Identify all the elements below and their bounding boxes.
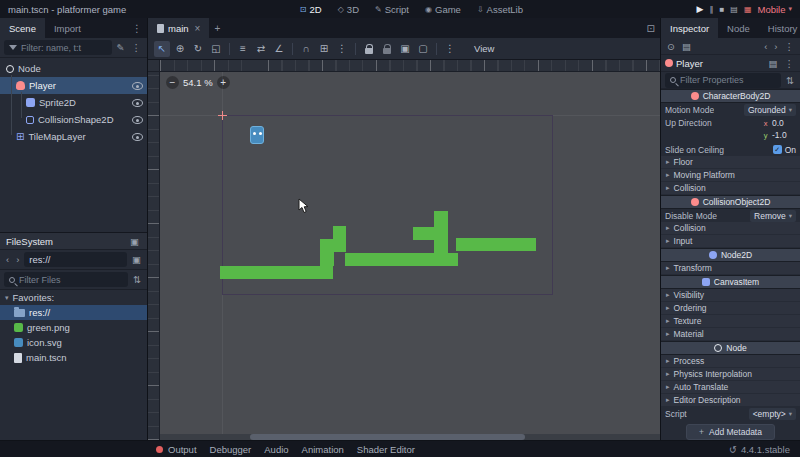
new-tab-icon[interactable]: + [209, 18, 225, 38]
tab-node[interactable]: Node [718, 18, 759, 38]
disable-mode-dropdown[interactable]: Remove▾ [750, 210, 796, 222]
group-floor[interactable]: ▸Floor [661, 156, 800, 169]
property-sort-icon[interactable]: ⇅ [784, 75, 796, 86]
rotate-tool-icon[interactable]: ↻ [190, 41, 206, 57]
mode-assetlib-button[interactable]: ⇩AssetLib [469, 0, 531, 18]
tab-history[interactable]: History [759, 18, 800, 38]
scene-tree-item-tilemaplayer[interactable]: ⊞ TileMapLayer [0, 128, 147, 145]
horizontal-scrollbar[interactable] [160, 434, 660, 440]
file-item-main-tscn[interactable]: main.tscn [0, 350, 147, 365]
skeleton-options-icon[interactable]: ⋮ [442, 41, 458, 57]
pan-tool-icon[interactable]: ⇄ [253, 41, 269, 57]
smart-snap-icon[interactable]: ∩ [298, 41, 314, 57]
group-texture[interactable]: ▸Texture [661, 315, 800, 328]
file-item-icon-svg[interactable]: icon.svg [0, 335, 147, 350]
visibility-eye-icon[interactable] [132, 116, 143, 124]
group-moving-platform[interactable]: ▸Moving Platform [661, 169, 800, 182]
dock-position-icon[interactable]: ▣ [128, 236, 141, 247]
bottom-tab-animation[interactable]: Animation [302, 444, 344, 455]
zoom-out-button[interactable]: − [166, 76, 179, 89]
property-filter[interactable] [665, 73, 781, 88]
scene-filter[interactable] [4, 40, 112, 55]
group-process[interactable]: ▸Process [661, 355, 800, 368]
group-ordering[interactable]: ▸Ordering [661, 302, 800, 315]
group-transform[interactable]: ▸Transform [661, 262, 800, 275]
bottom-tab-output[interactable]: Output [168, 444, 197, 455]
group-material[interactable]: ▸Material [661, 328, 800, 341]
section-characterbody2d[interactable]: CharacterBody2D [661, 89, 800, 103]
group-collision-object[interactable]: ▸Collision [661, 222, 800, 235]
section-node[interactable]: Node [661, 341, 800, 355]
tab-import[interactable]: Import [45, 18, 90, 38]
scene-tree-item-collisionshape2d[interactable]: CollisionShape2D [0, 111, 147, 128]
sort-files-icon[interactable]: ⇅ [131, 274, 143, 285]
up-direction-x-field[interactable]: 0.0 [772, 118, 796, 128]
history-forward-icon[interactable]: › [772, 41, 779, 52]
ruler-tool-icon[interactable]: ∠ [271, 41, 287, 57]
open-documentation-icon[interactable]: ▤ [767, 58, 780, 69]
dock-menu-icon[interactable]: ⋮ [127, 18, 147, 38]
property-filter-input[interactable] [680, 75, 776, 85]
slide-on-ceiling-checkbox[interactable]: On [773, 145, 796, 155]
split-view-icon[interactable]: ▣ [130, 254, 143, 265]
list-select-icon[interactable]: ≡ [235, 41, 251, 57]
group-input[interactable]: ▸Input [661, 235, 800, 248]
scene-tree-item-player[interactable]: Player [0, 77, 147, 94]
select-tool-icon[interactable]: ↖ [154, 41, 170, 57]
bottom-tab-audio[interactable]: Audio [264, 444, 288, 455]
motion-mode-dropdown[interactable]: Grounded▾ [744, 104, 796, 116]
scrollbar-thumb[interactable] [250, 434, 525, 440]
tab-inspector[interactable]: Inspector [661, 18, 718, 38]
move-tool-icon[interactable]: ⊕ [172, 41, 188, 57]
view-menu-button[interactable]: View [468, 42, 500, 55]
mode-3d-button[interactable]: ◇3D [330, 0, 367, 18]
favorites-header[interactable]: ▾ Favorites: [0, 290, 147, 305]
add-metadata-button[interactable]: +Add Metadata [686, 424, 775, 440]
bottom-tab-debugger[interactable]: Debugger [210, 444, 252, 455]
grid-snap-icon[interactable]: ⊞ [316, 41, 332, 57]
section-collisionobject2d[interactable]: CollisionObject2D [661, 195, 800, 209]
up-direction-y-field[interactable]: -1.0 [772, 130, 796, 140]
bottom-tab-shader-editor[interactable]: Shader Editor [357, 444, 415, 455]
visibility-eye-icon[interactable] [132, 133, 143, 141]
history-back-icon[interactable]: ‹ [762, 41, 769, 52]
mode-2d-button[interactable]: ⊡2D [292, 0, 330, 18]
scene-tree-item-sprite2d[interactable]: Sprite2D [0, 94, 147, 111]
tab-main-scene[interactable]: main × [148, 18, 209, 38]
scene-filter-input[interactable] [21, 43, 107, 53]
section-node2d[interactable]: Node2D [661, 248, 800, 262]
zoom-level[interactable]: 54.1 % [183, 77, 213, 88]
lock-icon[interactable] [361, 41, 377, 57]
scene-tree-item-node[interactable]: Node [0, 60, 147, 77]
script-dropdown[interactable]: <empty>▾ [749, 408, 796, 420]
mode-game-button[interactable]: ◉Game [417, 0, 469, 18]
snap-options-icon[interactable]: ⋮ [334, 41, 350, 57]
pause-button[interactable]: ∥ [710, 5, 714, 14]
version-info[interactable]: ↺4.4.1.stable [729, 444, 790, 455]
nav-forward-icon[interactable]: › [14, 254, 21, 265]
filesystem-header[interactable]: FileSystem ▣ [0, 232, 147, 250]
attach-script-icon[interactable]: ✎ [115, 42, 127, 53]
close-tab-icon[interactable]: × [195, 23, 201, 34]
play-button[interactable]: ▶ [697, 4, 704, 14]
tab-scene[interactable]: Scene [0, 18, 45, 38]
node-extra-icon[interactable]: ⋮ [783, 58, 797, 69]
ungroup-icon[interactable]: ▢ [415, 41, 431, 57]
section-canvasitem[interactable]: CanvasItem [661, 275, 800, 289]
current-path[interactable]: res:// [24, 252, 127, 267]
group-visibility[interactable]: ▸Visibility [661, 289, 800, 302]
file-filter[interactable] [4, 272, 128, 287]
mode-script-button[interactable]: ✎Script [367, 0, 417, 18]
file-item-green-png[interactable]: green.png [0, 320, 147, 335]
nav-back-icon[interactable]: ‹ [4, 254, 11, 265]
visibility-eye-icon[interactable] [132, 82, 143, 90]
zoom-in-button[interactable]: + [217, 76, 230, 89]
file-filter-input[interactable] [19, 275, 123, 285]
renderer-profile-dropdown[interactable]: Mobile▾ [757, 4, 792, 15]
unlock-icon[interactable] [379, 41, 395, 57]
group-icon[interactable]: ▣ [397, 41, 413, 57]
group-editor-description[interactable]: ▸Editor Description [661, 394, 800, 407]
group-auto-translate[interactable]: ▸Auto Translate [661, 381, 800, 394]
movie-mode-icon[interactable]: ▤ [730, 5, 738, 14]
scene-more-icon[interactable]: ⋮ [130, 42, 144, 53]
